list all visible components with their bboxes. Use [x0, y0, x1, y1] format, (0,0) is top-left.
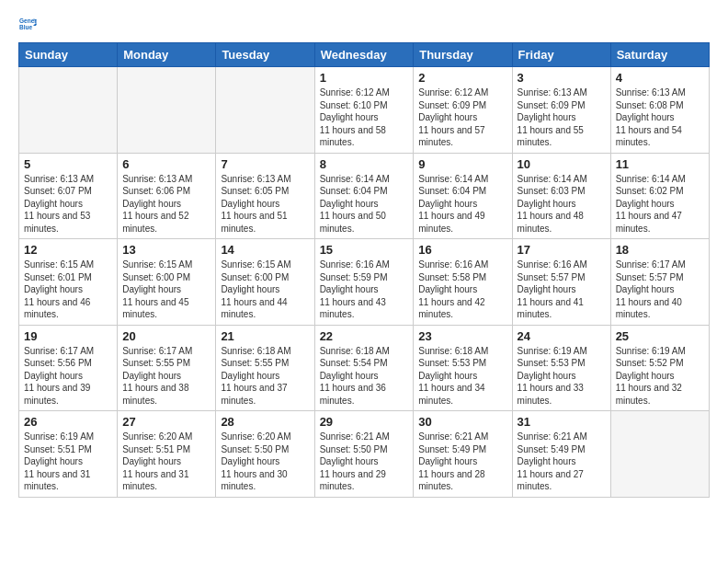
- calendar-cell: 15 Sunrise: 6:16 AMSunset: 5:59 PMDaylig…: [314, 239, 414, 326]
- cell-info: Sunrise: 6:17 AMSunset: 5:55 PMDaylight …: [122, 345, 210, 408]
- calendar-week-row: 1 Sunrise: 6:12 AMSunset: 6:10 PMDayligh…: [19, 67, 710, 154]
- cell-info: Sunrise: 6:17 AMSunset: 5:56 PMDaylight …: [24, 345, 112, 408]
- day-number: 16: [418, 243, 506, 257]
- cell-info: Sunrise: 6:20 AMSunset: 5:50 PMDaylight …: [221, 431, 309, 493]
- weekday-header: Sunday: [19, 43, 118, 67]
- cell-info: Sunrise: 6:13 AMSunset: 6:05 PMDaylight …: [221, 173, 309, 236]
- cell-info: Sunrise: 6:18 AMSunset: 5:54 PMDaylight …: [320, 345, 409, 408]
- day-number: 15: [320, 243, 409, 257]
- calendar-cell: 18 Sunrise: 6:17 AMSunset: 5:57 PMDaylig…: [610, 239, 709, 326]
- day-number: 14: [221, 243, 309, 257]
- calendar-cell: 10 Sunrise: 6:14 AMSunset: 6:03 PMDaylig…: [512, 153, 610, 239]
- day-number: 31: [518, 415, 606, 429]
- day-number: 22: [320, 329, 409, 343]
- cell-info: Sunrise: 6:14 AMSunset: 6:04 PMDaylight …: [418, 173, 506, 236]
- weekday-header: Wednesday: [314, 43, 414, 67]
- day-number: 4: [616, 71, 704, 85]
- cell-info: Sunrise: 6:14 AMSunset: 6:04 PMDaylight …: [320, 173, 409, 236]
- cell-info: Sunrise: 6:20 AMSunset: 5:51 PMDaylight …: [122, 431, 210, 493]
- calendar-cell: [610, 411, 709, 498]
- day-number: 2: [418, 71, 506, 85]
- cell-info: Sunrise: 6:21 AMSunset: 5:49 PMDaylight …: [518, 431, 606, 493]
- calendar-cell: 31 Sunrise: 6:21 AMSunset: 5:49 PMDaylig…: [512, 411, 610, 498]
- cell-info: Sunrise: 6:15 AMSunset: 6:00 PMDaylight …: [221, 259, 309, 321]
- cell-info: Sunrise: 6:15 AMSunset: 6:01 PMDaylight …: [24, 259, 112, 321]
- cell-info: Sunrise: 6:21 AMSunset: 5:49 PMDaylight …: [418, 431, 506, 493]
- weekday-header: Tuesday: [216, 43, 314, 67]
- calendar-cell: 5 Sunrise: 6:13 AMSunset: 6:07 PMDayligh…: [19, 153, 118, 239]
- calendar-cell: 21 Sunrise: 6:18 AMSunset: 5:55 PMDaylig…: [216, 325, 314, 411]
- calendar-cell: 7 Sunrise: 6:13 AMSunset: 6:05 PMDayligh…: [216, 153, 314, 239]
- cell-info: Sunrise: 6:16 AMSunset: 5:58 PMDaylight …: [418, 259, 506, 321]
- calendar-table: SundayMondayTuesdayWednesdayThursdayFrid…: [18, 42, 710, 498]
- cell-info: Sunrise: 6:13 AMSunset: 6:06 PMDaylight …: [122, 173, 210, 236]
- day-number: 28: [221, 415, 309, 429]
- calendar-cell: 24 Sunrise: 6:19 AMSunset: 5:53 PMDaylig…: [512, 325, 610, 411]
- cell-info: Sunrise: 6:19 AMSunset: 5:52 PMDaylight …: [616, 345, 704, 408]
- calendar-cell: 22 Sunrise: 6:18 AMSunset: 5:54 PMDaylig…: [314, 325, 414, 411]
- day-number: 17: [518, 243, 606, 257]
- cell-info: Sunrise: 6:15 AMSunset: 6:00 PMDaylight …: [122, 259, 210, 321]
- cell-info: Sunrise: 6:14 AMSunset: 6:02 PMDaylight …: [616, 173, 704, 236]
- day-number: 29: [320, 415, 409, 429]
- cell-info: Sunrise: 6:14 AMSunset: 6:03 PMDaylight …: [518, 173, 606, 236]
- cell-info: Sunrise: 6:16 AMSunset: 5:57 PMDaylight …: [518, 259, 606, 321]
- day-number: 11: [616, 157, 704, 171]
- calendar-cell: 4 Sunrise: 6:13 AMSunset: 6:08 PMDayligh…: [610, 67, 709, 154]
- day-number: 25: [616, 329, 704, 343]
- day-number: 21: [221, 329, 309, 343]
- cell-info: Sunrise: 6:12 AMSunset: 6:09 PMDaylight …: [418, 86, 506, 149]
- weekday-header: Saturday: [610, 43, 709, 67]
- logo-icon: General Blue: [18, 15, 37, 33]
- day-number: 3: [518, 71, 606, 85]
- day-number: 26: [24, 415, 112, 429]
- calendar-week-row: 26 Sunrise: 6:19 AMSunset: 5:51 PMDaylig…: [19, 411, 710, 498]
- day-number: 8: [320, 157, 409, 171]
- day-number: 27: [122, 415, 210, 429]
- cell-info: Sunrise: 6:19 AMSunset: 5:51 PMDaylight …: [24, 431, 112, 493]
- calendar-cell: 26 Sunrise: 6:19 AMSunset: 5:51 PMDaylig…: [19, 411, 118, 498]
- calendar-cell: 25 Sunrise: 6:19 AMSunset: 5:52 PMDaylig…: [610, 325, 709, 411]
- calendar-page: General Blue SundayMondayTuesdayWednesda…: [0, 0, 728, 563]
- calendar-cell: 3 Sunrise: 6:13 AMSunset: 6:09 PMDayligh…: [512, 67, 610, 154]
- weekday-header: Monday: [118, 43, 216, 67]
- calendar-week-row: 19 Sunrise: 6:17 AMSunset: 5:56 PMDaylig…: [19, 325, 710, 411]
- calendar-cell: [118, 67, 216, 154]
- day-number: 9: [418, 157, 506, 171]
- day-number: 24: [518, 329, 606, 343]
- cell-info: Sunrise: 6:17 AMSunset: 5:57 PMDaylight …: [616, 259, 704, 321]
- calendar-cell: 20 Sunrise: 6:17 AMSunset: 5:55 PMDaylig…: [118, 325, 216, 411]
- calendar-cell: 16 Sunrise: 6:16 AMSunset: 5:58 PMDaylig…: [414, 239, 512, 326]
- calendar-cell: 11 Sunrise: 6:14 AMSunset: 6:02 PMDaylig…: [610, 153, 709, 239]
- calendar-cell: 28 Sunrise: 6:20 AMSunset: 5:50 PMDaylig…: [216, 411, 314, 498]
- day-number: 5: [24, 157, 112, 171]
- calendar-cell: [19, 67, 118, 154]
- calendar-cell: 8 Sunrise: 6:14 AMSunset: 6:04 PMDayligh…: [314, 153, 414, 239]
- day-number: 19: [24, 329, 112, 343]
- calendar-cell: 1 Sunrise: 6:12 AMSunset: 6:10 PMDayligh…: [314, 67, 414, 154]
- day-number: 1: [320, 71, 409, 85]
- calendar-week-row: 5 Sunrise: 6:13 AMSunset: 6:07 PMDayligh…: [19, 153, 710, 239]
- calendar-cell: 19 Sunrise: 6:17 AMSunset: 5:56 PMDaylig…: [19, 325, 118, 411]
- page-header: General Blue: [18, 15, 710, 33]
- calendar-cell: 14 Sunrise: 6:15 AMSunset: 6:00 PMDaylig…: [216, 239, 314, 326]
- cell-info: Sunrise: 6:21 AMSunset: 5:50 PMDaylight …: [320, 431, 409, 493]
- calendar-cell: 27 Sunrise: 6:20 AMSunset: 5:51 PMDaylig…: [118, 411, 216, 498]
- calendar-cell: 13 Sunrise: 6:15 AMSunset: 6:00 PMDaylig…: [118, 239, 216, 326]
- svg-text:General: General: [19, 17, 37, 24]
- day-number: 10: [518, 157, 606, 171]
- calendar-week-row: 12 Sunrise: 6:15 AMSunset: 6:01 PMDaylig…: [19, 239, 710, 326]
- day-number: 13: [122, 243, 210, 257]
- weekday-header: Thursday: [414, 43, 512, 67]
- calendar-cell: 2 Sunrise: 6:12 AMSunset: 6:09 PMDayligh…: [414, 67, 512, 154]
- cell-info: Sunrise: 6:19 AMSunset: 5:53 PMDaylight …: [518, 345, 606, 408]
- cell-info: Sunrise: 6:13 AMSunset: 6:09 PMDaylight …: [518, 86, 606, 149]
- cell-info: Sunrise: 6:18 AMSunset: 5:55 PMDaylight …: [221, 345, 309, 408]
- weekday-header-row: SundayMondayTuesdayWednesdayThursdayFrid…: [19, 43, 710, 67]
- calendar-cell: [216, 67, 314, 154]
- cell-info: Sunrise: 6:13 AMSunset: 6:07 PMDaylight …: [24, 173, 112, 236]
- calendar-cell: 17 Sunrise: 6:16 AMSunset: 5:57 PMDaylig…: [512, 239, 610, 326]
- day-number: 23: [418, 329, 506, 343]
- cell-info: Sunrise: 6:13 AMSunset: 6:08 PMDaylight …: [616, 86, 704, 149]
- day-number: 18: [616, 243, 704, 257]
